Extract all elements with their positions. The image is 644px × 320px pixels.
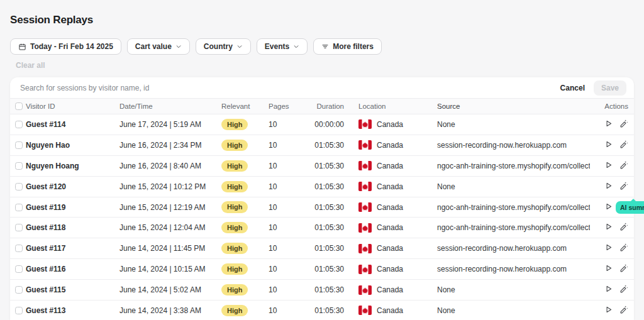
pages-count: 10 — [269, 285, 313, 294]
session-datetime: June 14, 2024 | 11:45 PM — [119, 244, 221, 253]
visitor-id: Guest #116 — [26, 265, 119, 273]
ai-pencil-sparkle-icon — [619, 243, 628, 254]
column-header-pages: Pages — [269, 102, 313, 110]
play-session-button[interactable] — [604, 202, 613, 212]
relevance-badge: High — [221, 243, 248, 254]
cart-value-filter-button[interactable]: Cart value — [127, 38, 190, 55]
date-range-filter-button[interactable]: Today - Fri Feb 14 2025 — [10, 38, 121, 55]
relevance-badge: High — [221, 263, 248, 275]
save-button[interactable]: Save — [594, 80, 626, 96]
table-row[interactable]: Guest #118 June 15, 2024 | 12:04 AM High… — [10, 218, 634, 238]
row-checkbox[interactable] — [15, 183, 23, 190]
play-session-button[interactable] — [604, 161, 613, 171]
play-session-button[interactable] — [604, 306, 613, 316]
play-session-button[interactable] — [604, 182, 613, 192]
play-icon — [604, 264, 613, 274]
table-row[interactable]: Guest #116 June 14, 2024 | 10:15 AM High… — [10, 259, 634, 280]
session-datetime: June 15, 2024 | 10:12 PM — [119, 182, 221, 191]
cancel-button[interactable]: Cancel — [560, 84, 585, 92]
play-icon — [604, 223, 613, 233]
session-datetime: June 16, 2024 | 8:40 AM — [119, 162, 221, 170]
column-header-source: Source — [437, 102, 590, 110]
ai-summary-button[interactable] — [619, 305, 628, 316]
visitor-id: Guest #118 — [26, 223, 119, 232]
canada-flag-icon — [358, 306, 372, 315]
source-url: None — [437, 306, 590, 315]
source-url: session-recording-now.herokuapp.com — [437, 265, 590, 273]
source-url: None — [437, 182, 590, 191]
source-url: None — [437, 285, 590, 294]
ai-summary-button[interactable] — [619, 181, 628, 192]
play-session-button[interactable] — [604, 285, 613, 295]
table-row[interactable]: Guest #117 June 14, 2024 | 11:45 PM High… — [10, 238, 634, 259]
row-checkbox[interactable] — [15, 224, 23, 231]
table-row[interactable]: Guest #113 June 14, 2024 | 3:38 AM High … — [10, 301, 634, 320]
row-checkbox[interactable] — [15, 265, 23, 273]
canada-flag-icon — [358, 119, 372, 129]
ai-pencil-sparkle-icon — [619, 263, 628, 275]
more-filters-label: More filters — [333, 42, 374, 51]
location-name: Canada — [377, 306, 403, 315]
table-row[interactable]: Guest #119 June 15, 2024 | 12:19 AM High… — [10, 197, 634, 218]
ai-pencil-sparkle-icon — [619, 181, 628, 192]
sessions-card: Cancel Save Visitor ID Date/Time Relevan… — [10, 77, 634, 320]
row-checkbox[interactable] — [15, 121, 23, 128]
row-checkbox[interactable] — [15, 286, 23, 294]
row-checkbox[interactable] — [15, 162, 23, 170]
visitor-id: Guest #113 — [26, 306, 119, 315]
play-icon — [604, 202, 613, 212]
canada-flag-icon — [358, 140, 372, 150]
table-row[interactable]: Nguyen Hoang June 16, 2024 | 8:40 AM Hig… — [10, 156, 634, 177]
session-datetime: June 14, 2024 | 5:02 AM — [119, 285, 221, 294]
relevance-badge: High — [221, 160, 248, 172]
play-icon — [604, 161, 613, 171]
session-datetime: June 14, 2024 | 10:15 AM — [119, 265, 221, 273]
table-row[interactable]: Guest #120 June 15, 2024 | 10:12 PM High… — [10, 177, 634, 197]
ai-summary-button[interactable] — [619, 140, 628, 151]
session-datetime: June 16, 2024 | 2:34 PM — [119, 141, 221, 150]
canada-flag-icon — [358, 202, 372, 212]
more-filters-button[interactable]: More filters — [313, 38, 382, 55]
play-session-button[interactable] — [604, 223, 613, 233]
play-session-button[interactable] — [604, 140, 613, 150]
session-replays-page: Session Replays Today - Fri Feb 14 2025 … — [0, 0, 644, 320]
table-row[interactable]: Guest #115 June 14, 2024 | 5:02 AM High … — [10, 280, 634, 301]
duration: 01:05:30 — [313, 244, 344, 253]
row-checkbox[interactable] — [15, 245, 23, 252]
country-filter-button[interactable]: Country — [196, 38, 251, 55]
canada-flag-icon — [358, 161, 372, 170]
visitor-id: Guest #115 — [26, 285, 119, 294]
ai-summary-button[interactable] — [619, 160, 628, 172]
ai-summary-button[interactable] — [619, 284, 628, 295]
canada-flag-icon — [358, 223, 372, 233]
ai-pencil-sparkle-icon — [619, 305, 628, 316]
row-checkbox[interactable] — [15, 307, 23, 314]
location-name: Canada — [377, 265, 403, 273]
row-checkbox[interactable] — [15, 204, 23, 211]
pages-count: 10 — [269, 203, 313, 212]
events-filter-button[interactable]: Events — [257, 38, 308, 55]
play-session-button[interactable] — [604, 119, 613, 130]
table-row[interactable]: Nguyen Hao June 16, 2024 | 2:34 PM High … — [10, 135, 634, 156]
play-session-button[interactable] — [604, 243, 613, 253]
ai-summary-button[interactable] — [619, 222, 628, 233]
pages-count: 10 — [269, 306, 313, 315]
play-icon — [604, 140, 613, 150]
pages-count: 10 — [269, 182, 313, 191]
pages-count: 10 — [269, 223, 313, 232]
column-header-datetime: Date/Time — [119, 102, 221, 110]
canada-flag-icon — [358, 244, 372, 253]
pages-count: 10 — [269, 141, 313, 150]
table-row[interactable]: Guest #114 June 17, 2024 | 5:19 AM High … — [10, 114, 634, 135]
ai-summary-button[interactable] — [619, 263, 628, 275]
ai-summary-button[interactable] — [619, 243, 628, 254]
ai-summary-button[interactable] — [619, 119, 628, 130]
play-icon — [604, 243, 613, 253]
select-all-checkbox[interactable] — [15, 102, 23, 110]
country-label: Country — [204, 42, 233, 51]
relevance-badge: High — [221, 305, 248, 316]
play-session-button[interactable] — [604, 264, 613, 274]
row-checkbox[interactable] — [15, 141, 23, 149]
search-input[interactable] — [20, 84, 560, 92]
clear-all-button[interactable]: Clear all — [16, 61, 45, 70]
